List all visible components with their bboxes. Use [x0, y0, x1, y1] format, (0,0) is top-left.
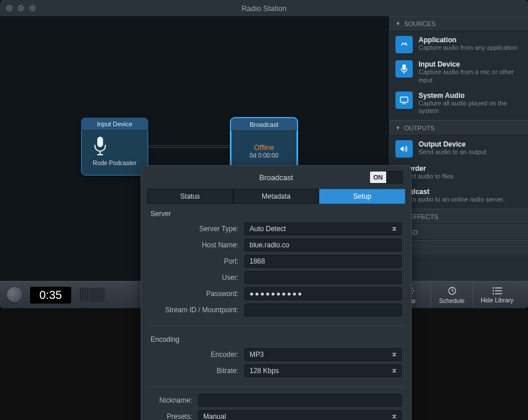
broadcast-popover: Broadcast ON Status Metadata Setup Serve… — [141, 165, 412, 420]
port-input[interactable]: 1868 — [244, 255, 402, 268]
node-header: Broadcast — [231, 118, 297, 131]
chevron-down-icon: ▼ — [395, 125, 401, 131]
popover-tabs: Status Metadata Setup — [147, 189, 405, 204]
tab-status[interactable]: Status — [147, 189, 233, 204]
encoding-heading: Encoding — [151, 335, 402, 344]
speaker-icon — [395, 140, 413, 158]
server-type-select[interactable]: Auto Detect — [244, 222, 402, 235]
presets-select[interactable]: Manual — [198, 410, 402, 420]
mic-icon — [395, 60, 413, 78]
schedule-button[interactable]: Schedule — [431, 283, 472, 306]
svg-rect-0 — [97, 137, 103, 147]
server-heading: Server — [151, 210, 402, 218]
node-input-device[interactable]: Input Device Rode Podcaster — [81, 118, 148, 176]
hide-library-button[interactable]: Hide Library — [472, 283, 521, 306]
svg-rect-3 — [402, 64, 406, 70]
source-system-audio[interactable]: System AudioCapture all audio played on … — [395, 90, 522, 117]
host-input[interactable]: blue.radio.co — [244, 239, 402, 251]
elapsed-time: 0:35 — [30, 287, 71, 304]
svg-point-10 — [492, 290, 493, 291]
node-header: Input Device — [81, 118, 148, 130]
password-input[interactable]: ●●●●●●●●●● — [244, 287, 402, 300]
svg-rect-5 — [401, 97, 408, 102]
chevron-down-icon: ▼ — [395, 21, 401, 27]
source-application[interactable]: ApplicationCapture audio from any applic… — [395, 35, 522, 54]
tab-setup[interactable]: Setup — [319, 189, 405, 204]
connection-wire — [146, 145, 232, 148]
list-icon — [492, 287, 503, 295]
bitrate-select[interactable]: 128 Kbps — [244, 364, 402, 377]
level-meter — [79, 288, 105, 302]
window-title: Radio Station — [0, 4, 528, 13]
tab-metadata[interactable]: Metadata — [233, 189, 320, 204]
svg-point-9 — [492, 287, 493, 288]
record-button[interactable] — [7, 287, 22, 302]
output-device[interactable]: Output DeviceSend audio to an output — [395, 139, 522, 159]
titlebar: Radio Station — [0, 0, 528, 16]
output-broadcast[interactable]: BroadcastStream audio to an online radio… — [395, 187, 522, 205]
node-label: Rode Podcaster — [93, 159, 136, 166]
mountpoint-input[interactable] — [244, 304, 402, 316]
output-recorder[interactable]: RecorderRecord audio to files — [395, 163, 522, 182]
app-icon — [395, 36, 413, 53]
section-sources[interactable]: ▼SOURCES — [390, 16, 528, 31]
broadcast-toggle[interactable]: ON — [369, 171, 403, 184]
nickname-input[interactable] — [198, 394, 402, 407]
clock-icon — [448, 286, 457, 295]
svg-point-11 — [492, 293, 493, 294]
source-input-device[interactable]: Input DeviceCapture audio from a mic or … — [395, 59, 522, 86]
node-time: 0d 0:00:00 — [250, 152, 278, 159]
monitor-icon — [395, 92, 413, 109]
encoder-select[interactable]: MP3 — [244, 348, 402, 361]
node-status: Offline — [250, 144, 278, 152]
mic-icon — [93, 136, 108, 156]
section-outputs[interactable]: ▼OUTPUTS — [390, 120, 528, 136]
user-input[interactable] — [244, 271, 402, 284]
